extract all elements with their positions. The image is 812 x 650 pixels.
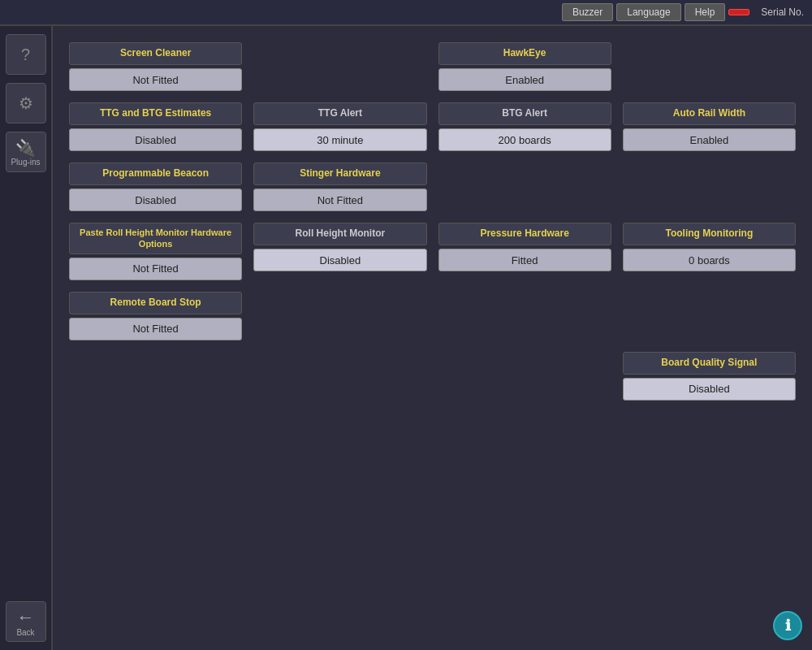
serial-label: Serial No. [761, 6, 804, 18]
main-area: ? ⚙ 🔌 Plug-ins ← Back Screen Cleaner Not… [0, 26, 812, 650]
programmable-beacon-value: Disabled [69, 188, 242, 211]
paste-roll-height-label: Paste Roll Height Monitor Hardware Optio… [69, 223, 242, 254]
gear-icon: ⚙ [19, 93, 33, 113]
widget-tooling-monitoring[interactable]: Tooling Monitoring 0 boards [623, 223, 796, 280]
sidebar-icon-question[interactable]: ? [6, 34, 46, 75]
stinger-hardware-value: Not Fitted [253, 188, 426, 211]
sidebar: ? ⚙ 🔌 Plug-ins ← Back [0, 26, 53, 650]
widget-auto-rail-width[interactable]: Auto Rail Width Enabled [623, 102, 796, 151]
remote-board-stop-value: Not Fitted [69, 318, 242, 340]
plugin-icon: 🔌 [15, 138, 36, 158]
btg-alert-label: BTG Alert [438, 102, 611, 125]
hawkeye-label: HawkEye [438, 42, 611, 65]
sidebar-icon-gear[interactable]: ⚙ [6, 83, 46, 124]
stinger-hardware-label: Stinger Hardware [253, 162, 426, 185]
tooling-monitoring-label: Tooling Monitoring [623, 223, 796, 245]
widget-hawkeye[interactable]: HawkEye Enabled [438, 42, 611, 91]
back-button[interactable]: ← Back [6, 601, 46, 642]
auto-rail-width-value: Enabled [623, 128, 796, 151]
widget-screen-cleaner[interactable]: Screen Cleaner Not Fitted [69, 42, 242, 91]
screen-cleaner-label: Screen Cleaner [69, 42, 242, 65]
sidebar-icon-plugins[interactable]: 🔌 Plug-ins [6, 132, 46, 172]
widget-roll-height-monitor[interactable]: Roll Height Monitor Disabled [253, 223, 426, 280]
pressure-hardware-label: Pressure Hardware [438, 223, 611, 245]
content-wrapper: Screen Cleaner Not Fitted HawkEye Enable… [53, 26, 812, 650]
ttg-btg-estimates-value: Disabled [69, 128, 242, 151]
widget-board-quality-signal[interactable]: Board Quality Signal Disabled [623, 352, 796, 401]
board-quality-signal-value: Disabled [623, 378, 796, 401]
board-quality-signal-label: Board Quality Signal [623, 352, 796, 375]
widget-ttg-alert[interactable]: TTG Alert 30 minute [253, 102, 426, 151]
ttg-alert-value: 30 minute [253, 128, 426, 151]
info-icon: ℹ [785, 617, 791, 635]
hawkeye-value: Enabled [438, 68, 611, 91]
ttg-btg-estimates-label: TTG and BTG Estimates [69, 102, 242, 125]
pressure-hardware-value: Fitted [438, 249, 611, 271]
roll-height-monitor-value: Disabled [253, 249, 426, 271]
top-bar: Buzzer Language Help Serial No. [0, 0, 812, 26]
widget-paste-roll-height[interactable]: Paste Roll Height Monitor Hardware Optio… [69, 223, 242, 280]
paste-roll-height-value: Not Fitted [69, 258, 242, 280]
programmable-beacon-label: Programmable Beacon [69, 162, 242, 185]
ttg-alert-label: TTG Alert [253, 102, 426, 125]
btg-alert-value: 200 boards [438, 128, 611, 151]
roll-height-monitor-label: Roll Height Monitor [253, 223, 426, 245]
buzzer-button[interactable]: Buzzer [562, 3, 613, 21]
widget-btg-alert[interactable]: BTG Alert 200 boards [438, 102, 611, 151]
plugins-label: Plug-ins [11, 158, 40, 167]
screen-cleaner-value: Not Fitted [69, 68, 242, 91]
widget-stinger-hardware[interactable]: Stinger Hardware Not Fitted [253, 162, 426, 211]
tooling-monitoring-value: 0 boards [623, 249, 796, 271]
widget-pressure-hardware[interactable]: Pressure Hardware Fitted [438, 223, 611, 280]
widget-ttg-btg-estimates[interactable]: TTG and BTG Estimates Disabled [69, 102, 242, 151]
back-label: Back [16, 628, 34, 637]
widget-programmable-beacon[interactable]: Programmable Beacon Disabled [69, 162, 242, 211]
emergency-button[interactable] [728, 9, 749, 15]
widget-remote-board-stop[interactable]: Remote Board Stop Not Fitted [69, 292, 242, 340]
info-button[interactable]: ℹ [773, 611, 802, 640]
help-button[interactable]: Help [685, 3, 726, 21]
language-button[interactable]: Language [616, 3, 680, 21]
question-icon: ? [21, 46, 30, 64]
auto-rail-width-label: Auto Rail Width [623, 102, 796, 125]
remote-board-stop-label: Remote Board Stop [69, 292, 242, 314]
back-arrow-icon: ← [17, 607, 35, 628]
content-grid: Screen Cleaner Not Fitted HawkEye Enable… [53, 26, 812, 650]
